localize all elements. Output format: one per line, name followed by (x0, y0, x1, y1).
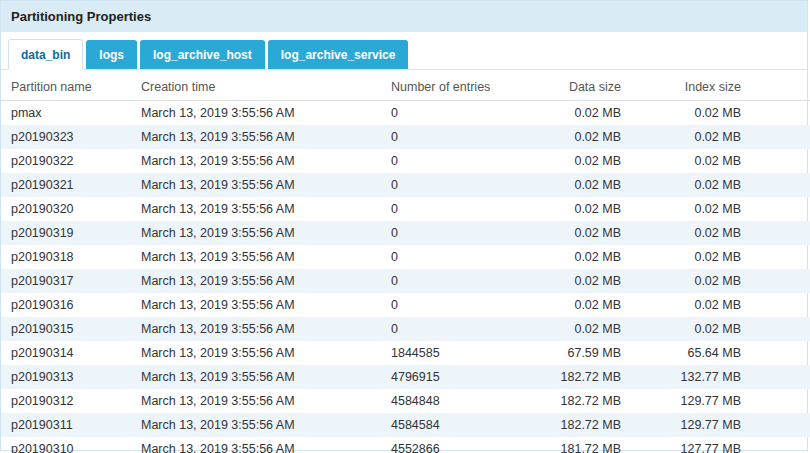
table-row: p20190310March 13, 2019 3:55:56 AM455286… (1, 437, 810, 453)
table-row: p20190318March 13, 2019 3:55:56 AM00.02 … (1, 245, 810, 269)
table-cell: 0.02 MB (631, 317, 751, 341)
table-cell: 0.02 MB (521, 173, 631, 197)
table-cell: p20190317 (1, 269, 131, 293)
table-cell: 4796915 (381, 365, 521, 389)
table-cell: p20190320 (1, 197, 131, 221)
table-cell: 0.02 MB (521, 125, 631, 149)
table-cell: March 13, 2019 3:55:56 AM (131, 269, 381, 293)
table-cell: March 13, 2019 3:55:56 AM (131, 413, 381, 437)
column-header-number-of-entries: Number of entries (381, 74, 521, 101)
table-row: p20190323March 13, 2019 3:55:56 AM00.02 … (1, 125, 810, 149)
tab-logs[interactable]: logs (86, 40, 137, 69)
table-cell: March 13, 2019 3:55:56 AM (131, 389, 381, 413)
tab-bar: data_binlogslog_archive_hostlog_archive_… (1, 32, 807, 70)
table-cell: 0 (381, 125, 521, 149)
table-cell: 1844585 (381, 341, 521, 365)
table-cell: 309.49 MB (751, 437, 810, 453)
table-cell: 132.77 MB (631, 365, 751, 389)
table-cell: 0.04 MB (751, 101, 810, 126)
table-row: p20190319March 13, 2019 3:55:56 AM00.02 … (1, 221, 810, 245)
table-cell: 0.04 MB (751, 125, 810, 149)
table-cell: 0.02 MB (521, 197, 631, 221)
table-cell: March 13, 2019 3:55:56 AM (131, 341, 381, 365)
table-cell: 129.77 MB (631, 389, 751, 413)
table-cell: p20190313 (1, 365, 131, 389)
table-cell: p20190323 (1, 125, 131, 149)
table-cell: pmax (1, 101, 131, 126)
table-cell: March 13, 2019 3:55:56 AM (131, 365, 381, 389)
table-cell: 182.72 MB (521, 389, 631, 413)
table-row: p20190322March 13, 2019 3:55:56 AM00.02 … (1, 149, 810, 173)
table-cell: 0 (381, 245, 521, 269)
table-cell: 4552866 (381, 437, 521, 453)
table-cell: 0.02 MB (631, 197, 751, 221)
table-cell: 0.02 MB (631, 269, 751, 293)
table-cell: 0.02 MB (631, 245, 751, 269)
table-row: p20190316March 13, 2019 3:55:56 AM00.02 … (1, 293, 810, 317)
table-cell: 0.02 MB (521, 317, 631, 341)
table-cell: 0.04 MB (751, 245, 810, 269)
column-header-partition-name: Partition name (1, 74, 131, 101)
table-cell: 4584584 (381, 413, 521, 437)
table-cell: p20190322 (1, 149, 131, 173)
table-cell: March 13, 2019 3:55:56 AM (131, 437, 381, 453)
table-cell: p20190312 (1, 389, 131, 413)
table-cell: p20190311 (1, 413, 131, 437)
table-cell: 0 (381, 101, 521, 126)
table-cell: 0 (381, 173, 521, 197)
table-cell: March 13, 2019 3:55:56 AM (131, 173, 381, 197)
table-row: p20190321March 13, 2019 3:55:56 AM00.02 … (1, 173, 810, 197)
table-cell: 0.04 MB (751, 149, 810, 173)
table-cell: 0.02 MB (521, 245, 631, 269)
table-cell: 0.02 MB (631, 149, 751, 173)
table-cell: 0.02 MB (521, 221, 631, 245)
table-cell: March 13, 2019 3:55:56 AM (131, 245, 381, 269)
table-cell: 182.72 MB (521, 413, 631, 437)
table-cell: 133.23 MB (751, 341, 810, 365)
table-cell: 129.77 MB (631, 413, 751, 437)
table-cell: 0.04 MB (751, 317, 810, 341)
column-header-total-size: Total size (751, 74, 810, 101)
table-cell: March 13, 2019 3:55:56 AM (131, 125, 381, 149)
table-row: p20190315March 13, 2019 3:55:56 AM00.02 … (1, 317, 810, 341)
table-cell: 0 (381, 269, 521, 293)
table-cell: 0 (381, 293, 521, 317)
table-cell: 0.02 MB (521, 149, 631, 173)
table-cell: p20190321 (1, 173, 131, 197)
table-cell: 0 (381, 149, 521, 173)
table-cell: 0.02 MB (521, 269, 631, 293)
table-row: p20190313March 13, 2019 3:55:56 AM479691… (1, 365, 810, 389)
table-cell: March 13, 2019 3:55:56 AM (131, 197, 381, 221)
table-cell: March 13, 2019 3:55:56 AM (131, 317, 381, 341)
table-cell: p20190319 (1, 221, 131, 245)
table-row: p20190320March 13, 2019 3:55:56 AM00.02 … (1, 197, 810, 221)
table-cell: 0 (381, 317, 521, 341)
partitioning-properties-panel: Partitioning Properties data_binlogslog_… (0, 0, 808, 451)
table-cell: 0 (381, 197, 521, 221)
table-cell: p20190316 (1, 293, 131, 317)
column-header-index-size: Index size (631, 74, 751, 101)
tab-log_archive_host[interactable]: log_archive_host (140, 40, 265, 69)
table-cell: March 13, 2019 3:55:56 AM (131, 293, 381, 317)
table-row: p20190317March 13, 2019 3:55:56 AM00.02 … (1, 269, 810, 293)
table-header-row: Partition nameCreation timeNumber of ent… (1, 74, 810, 101)
table-cell: 0.04 MB (751, 197, 810, 221)
tab-log_archive_service[interactable]: log_archive_service (268, 40, 409, 69)
column-header-creation-time: Creation time (131, 74, 381, 101)
tab-data_bin[interactable]: data_bin (8, 39, 83, 70)
table-cell: 181.72 MB (521, 437, 631, 453)
table-body: pmaxMarch 13, 2019 3:55:56 AM00.02 MB0.0… (1, 101, 810, 453)
table-cell: p20190310 (1, 437, 131, 453)
table-cell: 0.02 MB (631, 101, 751, 126)
table-cell: 315.49 MB (751, 365, 810, 389)
panel-title: Partitioning Properties (1, 1, 807, 32)
table-cell: 312.49 MB (751, 389, 810, 413)
table-cell: 0 (381, 221, 521, 245)
table-cell: 312.49 MB (751, 413, 810, 437)
partitions-table: Partition nameCreation timeNumber of ent… (1, 74, 810, 453)
table-cell: p20190318 (1, 245, 131, 269)
table-cell: 0.04 MB (751, 221, 810, 245)
table-cell: 0.04 MB (751, 293, 810, 317)
table-cell: 0.02 MB (521, 101, 631, 126)
table-cell: March 13, 2019 3:55:56 AM (131, 221, 381, 245)
